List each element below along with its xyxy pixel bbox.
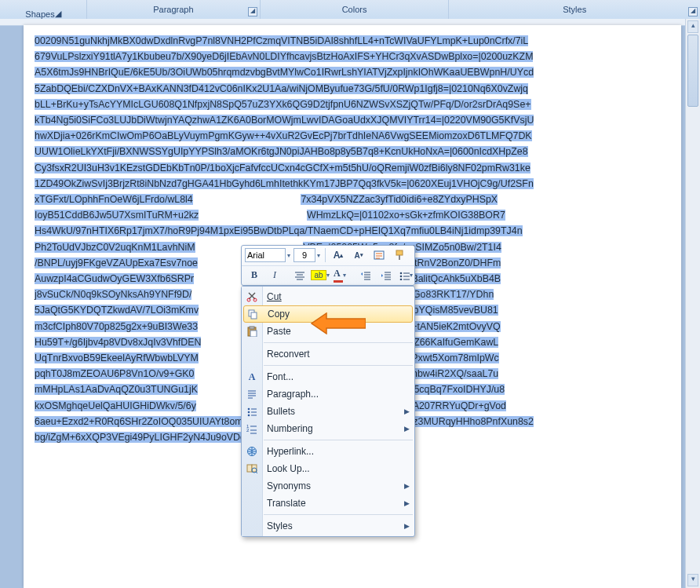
context-menu: Cut Copy Paste Reconvert A Font... [241,286,415,537]
text-run[interactable]: 679VuLPslzxiY91tlA7y1Kbubeu7b/X90yeD6jIE… [35,51,533,62]
menu-item-reconvert[interactable]: Reconvert [242,345,414,363]
ribbon-paragraph-dialog-launcher[interactable]: ◢ [248,7,257,16]
change-styles-button[interactable] [370,247,388,263]
hyperlink-icon [246,445,258,458]
shrink-font-button[interactable]: A▾ [349,247,368,263]
paragraph-icon [246,388,258,400]
font-color-button[interactable]: A▾ [331,268,350,283]
menu-item-cut[interactable]: Cut [242,288,414,305]
text-run[interactable]: xTGFxt/LOphhFnOeW6jLFrdo/wL8l4 [35,194,193,205]
ribbon-group-label: Paragraph [153,5,193,14]
menu-item-translate[interactable]: Translate ▶ [242,495,414,512]
font-name-combo[interactable] [245,248,286,262]
scroll-down-button[interactable]: ▾ [687,574,698,586]
bullets-split-button[interactable]: ▾ [397,268,416,283]
text-run[interactable]: 5JaQtG5KYDQTZkwdAV/7LOi3mKmv [35,305,199,316]
svg-rect-19 [247,465,252,472]
text-run[interactable]: Hu59T+/g6Ijbv4p8VDv8xJqIv3VhfDEN [35,337,201,348]
menu-item-lookup[interactable]: Look Up... [242,460,414,477]
scroll-thumb[interactable] [687,35,698,107]
menu-item-paragraph[interactable]: Paragraph... [242,385,414,403]
svg-rect-12 [250,331,257,337]
ribbon-group-paragraph[interactable]: Paragraph ◢ [87,0,261,19]
font-size-combo[interactable] [293,248,315,262]
format-painter-button[interactable] [390,247,409,263]
submenu-arrow-icon: ▶ [404,482,410,490]
submenu-arrow-icon: ▶ [404,522,410,530]
font-size-dropdown[interactable]: ▾ [317,252,322,259]
menu-label: Reconvert [267,349,310,360]
increase-indent-button[interactable] [377,268,396,283]
submenu-arrow-icon: ▶ [404,407,410,415]
text-run[interactable]: IoyB51CddB6Jw5U7XsmITuRM+u2kz [35,210,199,221]
decrease-indent-button[interactable] [356,268,375,283]
styles-icon [374,250,385,261]
ribbon-styles-dialog-launcher[interactable]: ◢ [688,7,698,16]
menu-item-numbering[interactable]: 12 Numbering ▶ [242,420,414,437]
menu-item-paste[interactable]: Paste [242,323,414,340]
menu-separator [264,365,413,366]
obscured-text-gap [199,210,307,221]
menu-item-bullets[interactable]: Bullets ▶ [242,403,414,420]
menu-label: Copy [268,309,290,320]
obscured-text-gap [193,194,301,205]
text-run[interactable]: UqTnrBxvoB59EkeelAyRfWbwbLVYM [35,352,199,363]
text-run[interactable]: UUW1OlieLkYXtFji/BXNWSSYgUIpYYPSlh3/aMOK… [35,146,528,157]
text-run[interactable]: 00209N51guNkhjMkBX0dwDxdlnRvgP7nl8VNH2Pf… [35,35,528,46]
text-run[interactable]: Ph2ToUdVJbzC0V2uqKnM1LavhNiM [35,242,195,253]
ribbon-group-styles[interactable]: Styles ◢ [449,0,700,19]
menu-item-font[interactable]: A Font... [242,368,414,385]
menu-separator [264,440,413,440]
highlight-button[interactable]: ab▾ [311,268,330,283]
svg-point-15 [248,415,250,417]
grow-font-button[interactable]: A▴ [329,247,348,263]
text-run[interactable]: mMHpLAs1AaDvAqQZ0u3TUNGu1jK [35,384,198,395]
menu-item-synonyms[interactable]: Synonyms ▶ [242,477,414,495]
text-run[interactable]: 1ZD49OkZiwSvIj3BrjzRt8iNbNzd7gHGA41HbGyh… [35,178,534,189]
text-run[interactable]: 5ZabDQEbi/CZXDnVX+BAxKANN3fD412vC06nIKx2… [35,83,528,94]
text-run[interactable]: A5X6tmJs9HNBrIQuE/6kE5Ub/3OiUWb05hrqmdzv… [35,67,534,78]
ribbon-shapes-dialog-launcher[interactable]: ◢ [55,9,61,19]
svg-point-4 [400,275,403,277]
text-run[interactable]: m3cfCIph80V70p825g2x+9uBI3We33 [35,321,198,332]
text-run[interactable]: j8vSuCk/N0q9kSOyNksAh9YNFf9D/ [35,289,191,300]
text-run[interactable]: kTb4Ng5i0SiFCo3LUJbDiWtwjnYAQzhwA1ZK6A0B… [35,115,534,126]
svg-rect-1 [396,250,403,255]
text-run[interactable]: Hs4WkU/97nHTIX6Rp17jmX7/hoR9Pj94M1pxEi95… [35,225,523,236]
text-run[interactable]: Cy3fsxR2UI3uH3v1KEzstGDEbKbTn0P/1boXjcFa… [35,163,530,173]
align-center-button[interactable] [290,268,309,283]
ribbon-group-strip: Shapes ◢ Paragraph ◢ Colors Styles ◢ [0,0,700,20]
italic-button[interactable]: I [265,268,284,283]
text-run[interactable]: bLL+BrKu+yTsAcYYMIcLGU608Q1NfpxjN8SpQ57u… [35,99,531,110]
scroll-up-button[interactable]: ▴ [687,20,698,33]
text-run[interactable]: pqhT0J8mZEOAU6P8Vn1O/v9+GK0 [35,368,195,379]
menu-label: Bullets [267,406,295,417]
paste-icon [246,325,258,338]
menu-label: Numbering [267,423,313,434]
ribbon-group-colors[interactable]: Colors [261,0,450,19]
text-run[interactable]: AuwzpI4aCGudwOyGEW3Xfb6SRPr [35,273,194,284]
ribbon-group-shapes[interactable]: Shapes ◢ [0,0,87,19]
bold-button[interactable]: B [245,268,264,283]
text-run[interactable]: kxOSMghqeUelQaHUIGHiDWkv/5/6y [35,400,196,411]
text-run[interactable]: WHmzLkQ=|01102xo+sGk+zfmKOIG38BOR7 [307,210,505,221]
text-run[interactable]: hwXDjia+026rKmCIwOmP6OaBLyVuymPgmKGyw++4… [35,130,532,141]
menu-item-copy[interactable]: Copy [243,305,413,323]
cut-icon [246,290,258,303]
menu-label: Paste [267,326,291,337]
svg-rect-9 [251,312,257,319]
mini-toolbar: ▾ ▾ A▴ A▾ B I ab▾ A▾ [241,245,415,286]
text-run[interactable]: 7x34pVX5NZZac3yfTid0idi6+e8ZYdxyPHSpX [301,194,498,205]
font-name-dropdown[interactable]: ▾ [287,252,292,259]
svg-point-5 [400,278,403,279]
menu-label: Styles [267,520,293,531]
copy-icon [246,308,259,320]
text-run[interactable]: /BNPL/uyj9FKgeVZAUpExa7Esv7noe [35,257,198,268]
menu-item-styles[interactable]: Styles ▶ [242,517,414,535]
svg-point-3 [400,272,403,274]
font-icon: A [246,371,258,383]
format-painter-icon [394,250,405,261]
menu-item-hyperlink[interactable]: Hyperlink... [242,443,414,460]
svg-point-13 [248,408,250,411]
vertical-scrollbar[interactable]: ▴ ▾ [685,19,700,588]
